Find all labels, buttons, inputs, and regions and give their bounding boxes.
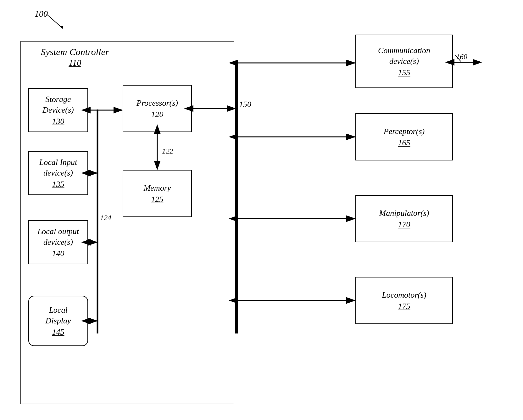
locomotor-box: Locomotor(s) 175 xyxy=(355,277,453,324)
svg-line-20 xyxy=(455,55,461,61)
communication-box: Communicationdevice(s) 155 xyxy=(355,35,453,88)
storage-device-box: StorageDevice(s) 130 xyxy=(28,88,88,132)
perceptors-box: Perceptor(s) 165 xyxy=(355,113,453,160)
memory-box: Memory 125 xyxy=(123,170,192,217)
svg-marker-1 xyxy=(60,26,63,30)
manipulator-box: Manipulator(s) 170 xyxy=(355,195,453,242)
ref-100-label: 100 xyxy=(35,9,48,19)
system-controller-label: System Controller 110 xyxy=(41,47,109,68)
svg-line-0 xyxy=(47,14,63,30)
diagram: 100 System Controller 110 StorageDevice(… xyxy=(0,0,523,420)
local-output-box: Local outputdevice(s) 140 xyxy=(28,220,88,264)
processor-box: Processor(s) 120 xyxy=(123,85,192,132)
svg-line-14 xyxy=(236,94,237,101)
local-display-box: LocalDisplay 145 xyxy=(28,296,88,346)
label-150: 150 xyxy=(239,100,251,109)
local-input-box: Local Inputdevice(s) 135 xyxy=(28,151,88,195)
ref-100-arrow xyxy=(0,0,63,38)
label-160: 160 xyxy=(456,53,467,61)
